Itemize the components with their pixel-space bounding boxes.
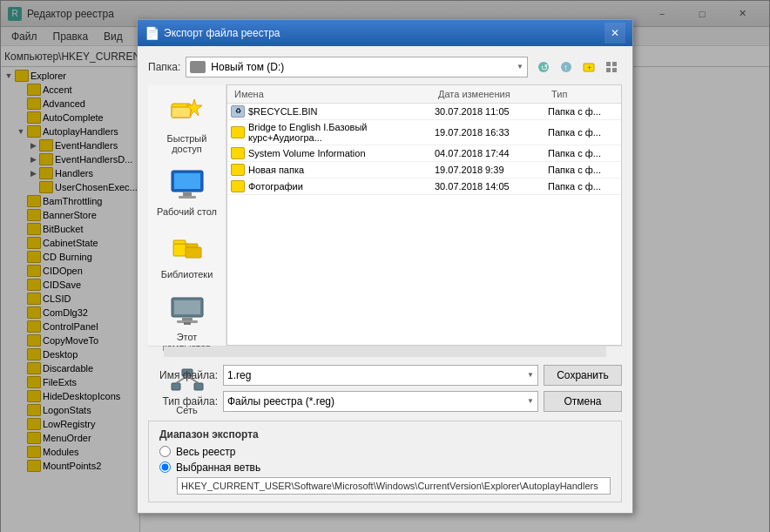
view-button[interactable] [601, 57, 622, 77]
horizontal-scrollbar[interactable] [148, 346, 622, 358]
dialog-body: Папка: Новый том (D:) ▼ ↺ ↑ [138, 46, 632, 513]
folder-label: Папка: [148, 61, 180, 73]
dialog-title-text: Экспорт файла реестра [164, 27, 599, 39]
file-name: $RECYCLE.BIN [248, 106, 435, 117]
new-folder-button[interactable]: + [578, 57, 599, 77]
file-date: 19.07.2018 9:39 [435, 165, 548, 175]
export-range-section: Диапазон экспорта Весь реестр Выбранная … [148, 421, 622, 502]
radio-all-registry-label: Весь реестр [176, 446, 235, 458]
file-type: Папка с ф... [548, 148, 618, 158]
nav-back-button[interactable]: ↺ [533, 57, 554, 77]
folder-icon [231, 147, 245, 159]
file-name: Новая папка [248, 165, 435, 175]
filetype-value: Файлы реестра (*.reg) [227, 395, 334, 407]
drive-icon [190, 61, 206, 73]
cancel-button[interactable]: Отмена [544, 391, 622, 412]
dialog-title-icon: 📄 [145, 26, 159, 40]
recycle-bin-icon: ♻ [231, 105, 245, 118]
filename-input[interactable] [227, 369, 527, 381]
file-date: 19.07.2018 16:33 [435, 127, 548, 138]
combo-arrow-icon: ▼ [517, 63, 523, 71]
file-date: 30.07.2018 14:05 [435, 181, 548, 192]
dialog-overlay: 📄 Экспорт файла реестра ✕ Папка: Новый т… [0, 0, 770, 532]
folder-value: Новый том (D:) [211, 61, 284, 73]
nav-desktop-label: Рабочий стол [157, 206, 217, 217]
svg-rect-7 [612, 62, 617, 66]
export-range-title: Диапазон экспорта [159, 428, 611, 441]
filetype-label: Тип файла: [148, 395, 218, 407]
quickaccess-icon [170, 95, 205, 130]
filename-dropdown-icon[interactable]: ▼ [527, 371, 534, 379]
svg-rect-9 [612, 68, 617, 72]
svg-rect-8 [606, 68, 611, 72]
svg-rect-22 [174, 300, 200, 314]
file-type: Папка с ф... [548, 106, 618, 117]
folder-icon [231, 126, 245, 138]
file-row-fotografii[interactable]: Фотографии 30.07.2018 14:05 Папка с ф... [227, 178, 621, 195]
file-row-recycle[interactable]: ♻ $RECYCLE.BIN 30.07.2018 11:05 Папка с … [227, 104, 621, 120]
radio-selected-branch[interactable]: Выбранная ветвь [159, 461, 611, 474]
file-name: Фотографии [248, 181, 435, 192]
export-dialog: 📄 Экспорт файла реестра ✕ Папка: Новый т… [137, 19, 633, 514]
branch-path: HKEY_CURRENT_USER\Software\Microsoft\Win… [177, 477, 611, 495]
file-row-novayapapka[interactable]: Новая папка 19.07.2018 9:39 Папка с ф... [227, 162, 621, 178]
svg-rect-20 [186, 244, 198, 247]
toolbar-icons: ↺ ↑ + [533, 57, 622, 77]
file-type: Папка с ф... [548, 181, 618, 192]
nav-libraries[interactable]: Библиотеки [148, 224, 226, 286]
nav-desktop[interactable]: Рабочий стол [148, 161, 226, 224]
svg-rect-18 [173, 240, 186, 244]
filetype-dropdown-icon: ▼ [527, 397, 534, 405]
export-range-options: Весь реестр Выбранная ветвь [159, 446, 611, 474]
svg-rect-27 [172, 383, 180, 390]
nav-up-button[interactable]: ↑ [556, 57, 577, 77]
folder-bar: Папка: Новый том (D:) ▼ ↺ ↑ [148, 57, 622, 77]
folder-combo[interactable]: Новый том (D:) ▼ [186, 57, 528, 77]
file-name: System Volume Information [248, 148, 435, 158]
svg-rect-25 [184, 322, 191, 325]
svg-rect-19 [186, 247, 201, 258]
radio-selected-branch-label: Выбранная ветвь [176, 461, 260, 474]
radio-all-registry[interactable]: Весь реестр [159, 446, 611, 458]
col-type-header[interactable]: Тип [548, 87, 618, 101]
svg-rect-6 [606, 62, 611, 66]
file-area: Имена Дата изменения Тип ♻ $RECYCLE.BIN … [226, 84, 622, 346]
file-row-bridge[interactable]: Bridge to English I.Базовый курс+Аудиогр… [227, 120, 621, 145]
file-date: 30.07.2018 11:05 [435, 106, 548, 117]
svg-rect-14 [174, 173, 200, 189]
file-row-systemvolume[interactable]: System Volume Information 04.07.2018 17:… [227, 145, 621, 162]
file-name: Bridge to English I.Базовый курс+Аудиогр… [248, 122, 435, 143]
left-nav: Быстрый доступ Рабочий стол [148, 84, 226, 346]
filetype-combo[interactable]: Файлы реестра (*.reg) ▼ [223, 391, 538, 412]
col-date-header[interactable]: Дата изменения [435, 87, 548, 101]
file-type: Папка с ф... [548, 127, 618, 138]
file-list-header: Имена Дата изменения Тип [227, 85, 621, 104]
dialog-close-button[interactable]: ✕ [605, 23, 625, 44]
nav-quickaccess[interactable]: Быстрый доступ [148, 88, 226, 161]
svg-text:+: + [587, 64, 591, 72]
libraries-icon [170, 231, 205, 266]
svg-rect-11 [172, 107, 191, 118]
thispc-icon [170, 293, 205, 328]
save-button[interactable]: Сохранить [544, 365, 622, 386]
svg-text:↺: ↺ [541, 63, 548, 72]
folder-icon [231, 180, 245, 192]
filename-label: Имя файла: [148, 369, 218, 381]
radio-all-registry-input[interactable] [159, 446, 171, 457]
svg-rect-16 [179, 196, 196, 199]
folder-icon [231, 164, 245, 176]
radio-selected-branch-input[interactable] [159, 461, 171, 473]
dialog-titlebar: 📄 Экспорт файла реестра ✕ [138, 20, 632, 46]
file-date: 04.07.2018 17:44 [435, 148, 548, 158]
file-type: Папка с ф... [548, 165, 618, 175]
svg-text:↑: ↑ [564, 63, 568, 72]
col-name-header[interactable]: Имена [231, 87, 435, 101]
nav-quickaccess-label: Быстрый доступ [152, 133, 222, 154]
svg-rect-28 [194, 383, 203, 390]
dialog-main: Быстрый доступ Рабочий стол [148, 84, 622, 346]
nav-libraries-label: Библиотеки [161, 269, 213, 279]
scrollbar-track[interactable] [164, 347, 606, 357]
desktop-icon [170, 168, 205, 203]
